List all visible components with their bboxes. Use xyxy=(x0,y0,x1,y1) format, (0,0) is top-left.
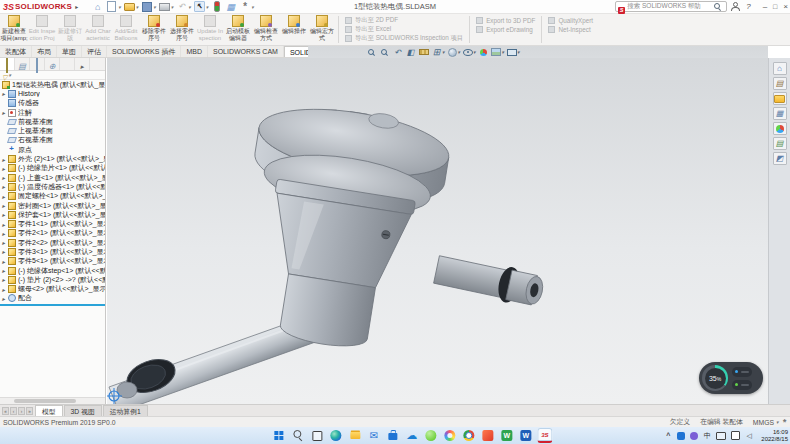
onedrive-icon[interactable] xyxy=(404,428,419,443)
tree-item[interactable]: 零件5<1> (默认<<默认>_显示状态 xyxy=(0,257,105,266)
tree-item[interactable]: History xyxy=(0,89,105,98)
dropdown-caret-icon[interactable] xyxy=(171,4,174,10)
dropdown-caret-icon[interactable] xyxy=(118,4,121,10)
ime-icon[interactable]: 中 xyxy=(703,430,711,442)
tree-item[interactable]: 配合 xyxy=(0,294,105,303)
recorder-button-top[interactable] xyxy=(732,367,752,377)
view-orientation-icon[interactable] xyxy=(431,47,442,58)
dropdown-caret-icon[interactable] xyxy=(153,4,156,10)
tree-item[interactable]: 零件1<1> (默认<<默认>_显示状态 xyxy=(0,219,105,228)
section-view-icon[interactable] xyxy=(405,47,416,58)
browser-ring-icon[interactable] xyxy=(442,428,457,443)
tree-item[interactable]: 传感器 xyxy=(0,99,105,108)
ribbon-button[interactable]: 新建检查项目(amp;N) xyxy=(0,14,28,45)
status-item[interactable]: MMGS xyxy=(753,419,779,426)
forum-icon[interactable] xyxy=(773,152,787,165)
restore-button[interactable] xyxy=(773,2,777,11)
tree-item[interactable]: 注解 xyxy=(0,108,105,117)
screen-recorder-widget[interactable]: 35% xyxy=(699,362,763,394)
recorder-button-bottom[interactable] xyxy=(732,380,752,390)
tree-item[interactable]: (-) 绝缘体step<1> (默认<<默认> xyxy=(0,266,105,275)
export-menu-item[interactable]: Export eDrawing xyxy=(472,25,539,34)
dropdown-caret-icon[interactable] xyxy=(517,49,520,55)
last-tab-icon[interactable]: » xyxy=(26,407,33,415)
dropdown-caret-icon[interactable] xyxy=(442,49,445,55)
tree-item[interactable]: 螺母<2> (默认<<默认>_显示状态 xyxy=(0,285,105,294)
view-settings-icon[interactable] xyxy=(506,47,517,58)
dropdown-caret-icon[interactable] xyxy=(251,4,254,10)
tree-item[interactable]: 右视基准面 xyxy=(0,136,105,145)
tree-item[interactable]: (-) 上盖<1> (默认<<默认>_显示状 xyxy=(0,173,105,182)
help-icon[interactable] xyxy=(746,2,750,11)
select-icon[interactable] xyxy=(194,1,205,12)
tree-item[interactable]: 固定螺栓<1> (默认<<默认>_显示 xyxy=(0,192,105,201)
solidworks-icon[interactable] xyxy=(537,428,552,443)
status-options-icon[interactable] xyxy=(782,417,786,427)
close-button[interactable] xyxy=(783,2,788,11)
mail-icon[interactable] xyxy=(366,428,381,443)
home-icon[interactable] xyxy=(92,1,103,12)
filter-caret-icon[interactable] xyxy=(8,72,11,78)
export-menu-item[interactable]: 导出至 2D PDF xyxy=(341,16,467,25)
next-tab-icon[interactable]: › xyxy=(18,407,25,415)
search-box[interactable]: 搜索 SOLIDWORKS 帮助 xyxy=(615,1,727,12)
command-tab[interactable]: 草图 xyxy=(57,46,82,57)
dropdown-caret-icon[interactable] xyxy=(188,4,191,10)
apply-scene-icon[interactable] xyxy=(491,47,502,58)
ribbon-button[interactable]: 移除零件序号 xyxy=(140,14,168,45)
panel-tab[interactable] xyxy=(15,58,30,70)
app-red-icon[interactable] xyxy=(480,428,495,443)
export-menu-item[interactable]: 导出至 Excel xyxy=(341,25,467,34)
store-icon[interactable] xyxy=(385,428,400,443)
search-input[interactable]: 搜索 SOLIDWORKS 帮助 xyxy=(627,2,711,11)
tree-item[interactable]: 零件2<2> (默认<<默认>_显示状态 xyxy=(0,238,105,247)
graphics-area[interactable]: 35% xyxy=(107,58,768,404)
rebuild-icon[interactable] xyxy=(211,1,222,12)
start-button[interactable] xyxy=(271,428,286,443)
status-item[interactable]: 欠定义 xyxy=(670,417,690,427)
previous-view-icon[interactable] xyxy=(392,47,403,58)
file-explorer-icon[interactable] xyxy=(347,428,362,443)
login-icon[interactable] xyxy=(731,2,740,11)
options-icon[interactable] xyxy=(239,1,250,12)
panel-tab[interactable] xyxy=(45,58,60,70)
tree-item[interactable]: 零件3<1> (默认<<默认>_显示状态 xyxy=(0,247,105,256)
print-icon[interactable] xyxy=(159,1,170,12)
new-document-icon[interactable] xyxy=(106,1,117,12)
document-tab[interactable]: 模型 xyxy=(35,405,63,416)
ribbon-button[interactable]: 启动模板编辑器 xyxy=(224,14,252,45)
hidden-icons-icon[interactable] xyxy=(664,430,672,442)
open-icon[interactable] xyxy=(124,1,135,12)
ribbon-button[interactable]: 编辑检查方式 xyxy=(252,14,280,45)
solidworks-resources-icon[interactable] xyxy=(773,62,787,75)
dropdown-caret-icon[interactable] xyxy=(136,4,139,10)
export-menu-item[interactable]: Net-Inspect xyxy=(544,25,597,34)
tree-item[interactable]: 上视基准面 xyxy=(0,126,105,135)
edit-appearance-icon[interactable] xyxy=(478,47,489,58)
model-thermocouple-assembly[interactable] xyxy=(107,58,768,404)
zoom-fit-icon[interactable] xyxy=(366,47,377,58)
panel-tab[interactable] xyxy=(60,58,75,70)
ribbon-button[interactable]: Update Inspection Project xyxy=(196,14,224,45)
command-tab[interactable]: 评估 xyxy=(82,46,107,57)
volume-icon[interactable] xyxy=(745,430,753,442)
tree-item[interactable]: (-) 绝缘垫片<1> (默认<<默认>_显 xyxy=(0,164,105,173)
first-tab-icon[interactable]: « xyxy=(2,407,9,415)
status-item[interactable]: 在编辑 装配体 xyxy=(700,417,743,427)
ribbon-button[interactable]: 编辑宏方式 xyxy=(308,14,336,45)
chrome-icon[interactable] xyxy=(461,428,476,443)
file-properties-icon[interactable] xyxy=(225,1,236,12)
touchpad-icon[interactable] xyxy=(731,430,740,442)
command-tab[interactable]: SOLIDWORKS CAM xyxy=(208,46,284,57)
command-tab[interactable]: SOLIDWORKS 插件 xyxy=(107,46,181,57)
tree-item[interactable]: 保护套<1> (默认<<默认>_显示状 xyxy=(0,210,105,219)
export-menu-item[interactable]: 导出至 SOLIDWORKS Inspection 项目 xyxy=(341,34,467,43)
export-menu-item[interactable]: Export to 3D PDF xyxy=(472,16,539,25)
tree-item[interactable]: 前视基准面 xyxy=(0,117,105,126)
units-caret-icon[interactable] xyxy=(776,419,779,425)
ribbon-button[interactable]: Add/Edit Balloons xyxy=(112,14,140,45)
app-green-icon[interactable] xyxy=(423,428,438,443)
tree-item[interactable]: (-) 垫片 (2)<2> ->? (默认<<默认> xyxy=(0,275,105,284)
document-tab[interactable]: 3D 视图 xyxy=(64,405,102,416)
export-menu-item[interactable]: QualityXpert xyxy=(544,16,597,25)
